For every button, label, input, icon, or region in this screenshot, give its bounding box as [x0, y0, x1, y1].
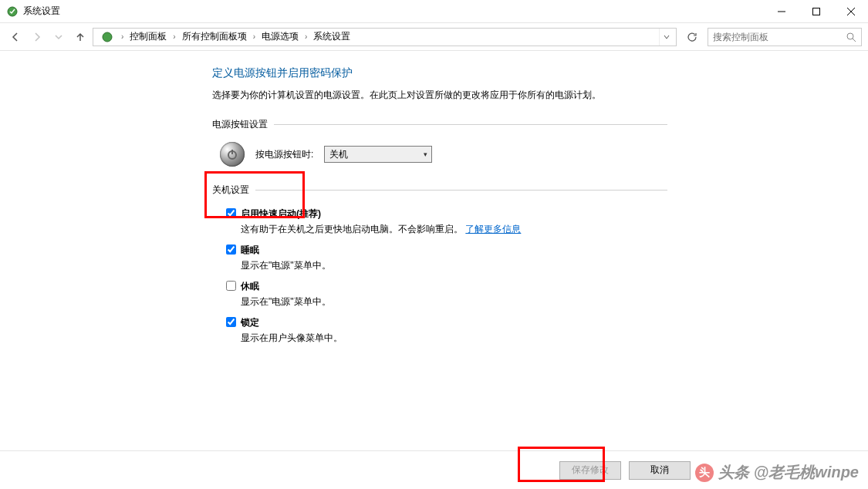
nav-forward-button[interactable]	[28, 28, 46, 46]
search-box[interactable]	[708, 28, 862, 46]
shutdown-option: 睡眠	[212, 244, 667, 257]
breadcrumb-separator: ›	[171, 32, 177, 41]
shutdown-option: 启用快速启动(推荐)	[212, 207, 667, 221]
breadcrumb-separator: ›	[303, 32, 309, 41]
shutdown-checkbox[interactable]	[226, 281, 236, 291]
shutdown-option-desc: 显示在"电源"菜单中。	[212, 295, 667, 309]
shutdown-option-desc: 这有助于在关机之后更快地启动电脑。不会影响重启。 了解更多信息	[212, 222, 667, 236]
section-label: 关机设置	[212, 184, 255, 197]
shutdown-checkbox[interactable]	[226, 244, 236, 255]
search-icon	[846, 32, 856, 42]
refresh-button[interactable]	[683, 28, 701, 46]
shutdown-option-desc: 显示在用户头像菜单中。	[212, 331, 667, 345]
navbar: › 控制面板 › 所有控制面板项 › 电源选项 › 系统设置	[0, 23, 868, 51]
power-button-select[interactable]: 关机 ▾	[324, 146, 432, 163]
power-button-label: 按电源按钮时:	[255, 148, 313, 161]
shutdown-option-desc: 显示在"电源"菜单中。	[212, 258, 667, 272]
breadcrumb-separator: ›	[252, 32, 257, 41]
section-label: 电源按钮设置	[212, 118, 274, 131]
shutdown-option-label: 睡眠	[241, 244, 259, 257]
svg-rect-2	[812, 8, 819, 15]
breadcrumb[interactable]: › 控制面板 › 所有控制面板项 › 电源选项 › 系统设置	[93, 28, 677, 46]
window-controls	[764, 0, 868, 22]
breadcrumb-separator: ›	[120, 32, 125, 41]
cancel-button[interactable]: 取消	[629, 461, 691, 480]
breadcrumb-dropdown[interactable]	[659, 29, 673, 46]
shutdown-section-header: 关机设置	[212, 184, 667, 197]
chevron-down-icon: ▾	[419, 150, 431, 158]
shutdown-option-label: 锁定	[241, 316, 259, 329]
power-options-icon	[100, 29, 115, 45]
shutdown-option-label: 休眠	[241, 280, 259, 293]
content: 定义电源按钮并启用密码保护 选择要为你的计算机设置的电源设置。在此页上对设置所做…	[0, 51, 868, 450]
shutdown-checkbox[interactable]	[226, 317, 236, 327]
shutdown-option-label: 启用快速启动(推荐)	[241, 207, 321, 221]
maximize-button[interactable]	[799, 0, 833, 22]
breadcrumb-item[interactable]: 电源选项	[258, 30, 302, 43]
learn-more-link[interactable]: 了解更多信息	[465, 224, 521, 234]
nav-up-button[interactable]	[71, 28, 90, 46]
app-icon	[6, 5, 19, 18]
window-title: 系统设置	[23, 5, 60, 18]
close-button[interactable]	[833, 0, 868, 22]
save-button[interactable]: 保存修改	[559, 461, 621, 480]
page-desc: 选择要为你的计算机设置的电源设置。在此页上对设置所做的更改将应用于你所有的电源计…	[212, 88, 667, 103]
search-input[interactable]	[713, 32, 846, 42]
shutdown-option: 锁定	[212, 316, 667, 329]
power-icon	[220, 142, 245, 167]
breadcrumb-item[interactable]: 控制面板	[127, 30, 170, 43]
shutdown-option: 休眠	[212, 280, 667, 293]
breadcrumb-item[interactable]: 所有控制面板项	[179, 30, 250, 43]
select-value: 关机	[325, 148, 419, 161]
power-button-section-header: 电源按钮设置	[212, 118, 667, 131]
shutdown-checkbox[interactable]	[226, 208, 236, 218]
nav-recent-button[interactable]	[49, 28, 68, 46]
svg-point-5	[103, 32, 112, 42]
breadcrumb-item[interactable]: 系统设置	[310, 30, 353, 43]
power-button-row: 按电源按钮时: 关机 ▾	[212, 142, 667, 167]
svg-point-6	[847, 33, 853, 39]
svg-line-7	[853, 39, 856, 42]
footer: 保存修改 取消	[0, 450, 868, 489]
titlebar: 系统设置	[0, 0, 868, 23]
minimize-button[interactable]	[764, 0, 799, 22]
nav-back-button[interactable]	[6, 28, 25, 46]
page-title: 定义电源按钮并启用密码保护	[212, 66, 667, 80]
